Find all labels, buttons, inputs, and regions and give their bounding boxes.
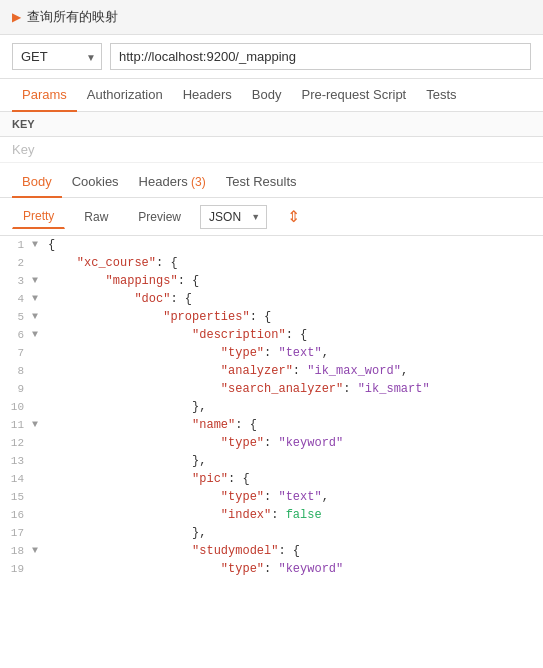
- code-line: 18▼ "studymodel": {: [0, 542, 543, 560]
- line-number: 4: [0, 290, 32, 308]
- method-wrapper[interactable]: GET POST PUT DELETE PATCH: [12, 43, 102, 70]
- line-toggle[interactable]: ▼: [32, 290, 44, 308]
- code-line: 11▼ "name": {: [0, 416, 543, 434]
- line-number: 15: [0, 488, 32, 506]
- code-line: 9 "search_analyzer": "ik_smart": [0, 380, 543, 398]
- line-content: {: [46, 236, 543, 254]
- code-line: 10 },: [0, 398, 543, 416]
- tab-pre-request-script[interactable]: Pre-request Script: [291, 79, 416, 112]
- wrap-icon[interactable]: ⇕: [279, 204, 308, 229]
- page-title: 查询所有的映射: [27, 8, 118, 26]
- line-content: "pic": {: [46, 470, 543, 488]
- line-number: 3: [0, 272, 32, 290]
- resp-tab-body[interactable]: Body: [12, 167, 62, 198]
- resp-tab-test-results[interactable]: Test Results: [216, 167, 307, 198]
- tab-headers[interactable]: Headers: [173, 79, 242, 112]
- line-content: "type": "text",: [46, 344, 543, 362]
- tab-tests[interactable]: Tests: [416, 79, 466, 112]
- tab-authorization[interactable]: Authorization: [77, 79, 173, 112]
- tab-params[interactable]: Params: [12, 79, 77, 112]
- line-toggle[interactable]: ▼: [32, 542, 44, 560]
- line-number: 12: [0, 434, 32, 452]
- title-bar: ▶ 查询所有的映射: [0, 0, 543, 35]
- line-content: "studymodel": {: [46, 542, 543, 560]
- line-content: "mappings": {: [46, 272, 543, 290]
- line-content: "xc_course": {: [46, 254, 543, 272]
- line-number: 1: [0, 236, 32, 254]
- line-number: 14: [0, 470, 32, 488]
- title-arrow-icon: ▶: [12, 10, 21, 24]
- response-tabs: Body Cookies Headers (3) Test Results: [0, 167, 543, 198]
- code-line: 4▼ "doc": {: [0, 290, 543, 308]
- code-line: 19 "type": "keyword": [0, 560, 543, 576]
- line-content: "type": "keyword": [46, 434, 543, 452]
- line-content: "doc": {: [46, 290, 543, 308]
- resp-tab-headers[interactable]: Headers (3): [129, 167, 216, 198]
- format-bar: Pretty Raw Preview JSON XML HTML Text ⇕: [0, 198, 543, 236]
- line-content: "index": false: [46, 506, 543, 524]
- line-number: 7: [0, 344, 32, 362]
- line-content: },: [46, 398, 543, 416]
- line-number: 10: [0, 398, 32, 416]
- code-line: 2 "xc_course": {: [0, 254, 543, 272]
- line-toggle[interactable]: ▼: [32, 326, 44, 344]
- line-content: "type": "keyword": [46, 560, 543, 576]
- params-key-header: KEY: [0, 112, 543, 137]
- code-line: 16 "index": false: [0, 506, 543, 524]
- raw-button[interactable]: Raw: [73, 205, 119, 229]
- line-number: 5: [0, 308, 32, 326]
- code-line: 13 },: [0, 452, 543, 470]
- format-select[interactable]: JSON XML HTML Text: [201, 206, 266, 228]
- line-number: 19: [0, 560, 32, 576]
- code-line: 6▼ "description": {: [0, 326, 543, 344]
- code-line: 8 "analyzer": "ik_max_word",: [0, 362, 543, 380]
- line-content: "properties": {: [46, 308, 543, 326]
- code-line: 15 "type": "text",: [0, 488, 543, 506]
- line-toggle[interactable]: ▼: [32, 416, 44, 434]
- line-content: },: [46, 452, 543, 470]
- line-content: },: [46, 524, 543, 542]
- code-line: 1▼{: [0, 236, 543, 254]
- line-content: "analyzer": "ik_max_word",: [46, 362, 543, 380]
- code-area[interactable]: 1▼{2 "xc_course": {3▼ "mappings": {4▼ "d…: [0, 236, 543, 576]
- line-toggle[interactable]: ▼: [32, 236, 44, 254]
- line-number: 9: [0, 380, 32, 398]
- line-content: "name": {: [46, 416, 543, 434]
- method-select[interactable]: GET POST PUT DELETE PATCH: [12, 43, 102, 70]
- tab-body[interactable]: Body: [242, 79, 292, 112]
- line-number: 16: [0, 506, 32, 524]
- params-table: KEY Key: [0, 112, 543, 163]
- line-number: 6: [0, 326, 32, 344]
- code-line: 5▼ "properties": {: [0, 308, 543, 326]
- line-toggle[interactable]: ▼: [32, 308, 44, 326]
- code-line: 12 "type": "keyword": [0, 434, 543, 452]
- line-number: 17: [0, 524, 32, 542]
- line-number: 2: [0, 254, 32, 272]
- url-input[interactable]: [110, 43, 531, 70]
- line-number: 11: [0, 416, 32, 434]
- line-content: "description": {: [46, 326, 543, 344]
- params-key-placeholder[interactable]: Key: [0, 137, 543, 163]
- code-line: 14 "pic": {: [0, 470, 543, 488]
- preview-button[interactable]: Preview: [127, 205, 192, 229]
- params-placeholder-row: Key: [0, 137, 543, 163]
- code-line: 17 },: [0, 524, 543, 542]
- line-number: 13: [0, 452, 32, 470]
- format-select-wrapper[interactable]: JSON XML HTML Text: [200, 205, 267, 229]
- request-tabs: Params Authorization Headers Body Pre-re…: [0, 79, 543, 112]
- line-number: 18: [0, 542, 32, 560]
- pretty-button[interactable]: Pretty: [12, 204, 65, 229]
- line-number: 8: [0, 362, 32, 380]
- code-line: 3▼ "mappings": {: [0, 272, 543, 290]
- resp-tab-cookies[interactable]: Cookies: [62, 167, 129, 198]
- code-line: 7 "type": "text",: [0, 344, 543, 362]
- line-toggle[interactable]: ▼: [32, 272, 44, 290]
- line-content: "type": "text",: [46, 488, 543, 506]
- line-content: "search_analyzer": "ik_smart": [46, 380, 543, 398]
- headers-badge: (3): [188, 175, 206, 189]
- url-bar: GET POST PUT DELETE PATCH: [0, 35, 543, 79]
